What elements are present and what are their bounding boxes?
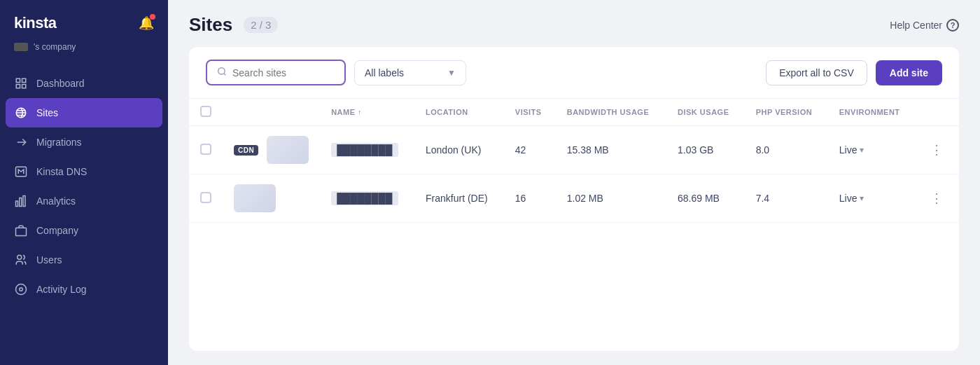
chevron-down-icon: ▼ — [447, 68, 456, 78]
table-row: ████████ Frankfurt (DE) 16 1.02 MB 68.69… — [189, 174, 959, 223]
row1-disk: 1.03 GB — [666, 126, 745, 174]
sites-label: Sites — [36, 107, 58, 118]
sidebar-nav: Dashboard Sites Migrations Kinsta DNS — [0, 63, 168, 365]
row1-thumbnail — [267, 136, 309, 164]
row2-thumb-cell — [223, 174, 320, 223]
th-environment: ENVIRONMENT — [828, 99, 916, 126]
row1-environment[interactable]: Live ▾ — [828, 126, 916, 174]
env-chevron-down-icon: ▾ — [860, 193, 864, 203]
search-input[interactable] — [232, 67, 335, 78]
sidebar: kinsta 🔔 's company Dashboard Sites — [0, 0, 168, 365]
content-area: All labels ▼ Export all to CSV Add site … — [189, 47, 959, 351]
svg-rect-0 — [16, 78, 20, 82]
users-icon — [14, 253, 28, 267]
svg-rect-6 — [16, 201, 18, 207]
help-center-link[interactable]: Help Center ? — [890, 19, 959, 32]
row2-thumbnail — [234, 184, 276, 212]
row2-name-cell[interactable]: ████████ — [320, 174, 414, 223]
activity-log-label: Activity Log — [36, 284, 87, 295]
row1-location: London (UK) — [414, 126, 504, 174]
row1-more-button[interactable]: ⋮ — [927, 139, 946, 160]
page-title: Sites — [189, 14, 232, 36]
select-all-checkbox[interactable] — [200, 106, 211, 117]
help-icon: ? — [946, 19, 959, 32]
page-count: 2 / 3 — [244, 17, 278, 33]
th-bandwidth: BANDWIDTH USAGE — [556, 99, 666, 126]
search-icon — [217, 67, 227, 78]
add-site-button[interactable]: Add site — [876, 60, 942, 85]
dashboard-label: Dashboard — [36, 78, 85, 89]
table-header-row: NAME ↑ LOCATION VISITS BANDWIDTH USAGE D — [189, 99, 959, 126]
row2-more-button[interactable]: ⋮ — [927, 188, 946, 209]
export-csv-button[interactable]: Export all to CSV — [766, 60, 867, 85]
logo: kinsta — [14, 14, 57, 32]
sidebar-item-company[interactable]: Company — [0, 216, 168, 245]
th-location: LOCATION — [414, 99, 504, 126]
search-box[interactable] — [206, 60, 346, 85]
company-icon — [14, 223, 28, 237]
svg-rect-9 — [16, 228, 27, 235]
row2-actions: ⋮ — [916, 174, 959, 223]
sites-table: NAME ↑ LOCATION VISITS BANDWIDTH USAGE D — [189, 99, 959, 223]
svg-rect-7 — [20, 198, 22, 207]
row2-disk: 68.69 MB — [666, 174, 745, 223]
svg-rect-3 — [16, 85, 20, 88]
kinsta-dns-label: Kinsta DNS — [36, 166, 87, 177]
dashboard-icon — [14, 76, 28, 90]
sidebar-item-analytics[interactable]: Analytics — [0, 186, 168, 216]
notification-dot — [150, 14, 155, 20]
svg-rect-2 — [22, 85, 26, 88]
row2-location: Frankfurt (DE) — [414, 174, 504, 223]
topbar: Sites 2 / 3 Help Center ? — [168, 0, 980, 47]
sidebar-item-migrations[interactable]: Migrations — [0, 128, 168, 157]
th-php: PHP VERSION — [745, 99, 828, 126]
label-dropdown[interactable]: All labels ▼ — [354, 60, 466, 85]
company-name: 's company — [34, 42, 76, 52]
row2-environment[interactable]: Live ▾ — [828, 174, 916, 223]
label-dropdown-value: All labels — [365, 67, 404, 78]
analytics-label: Analytics — [36, 195, 76, 207]
company-row: 's company — [0, 39, 168, 63]
th-actions — [916, 99, 959, 126]
toolbar: All labels ▼ Export all to CSV Add site — [189, 47, 959, 99]
notification-bell[interactable]: 🔔 — [139, 15, 154, 31]
page-title-row: Sites 2 / 3 — [189, 14, 278, 36]
th-disk: DISK USAGE — [666, 99, 745, 126]
th-visits: VISITS — [504, 99, 556, 126]
sidebar-item-dashboard[interactable]: Dashboard — [0, 69, 168, 98]
row2-bandwidth: 1.02 MB — [556, 174, 666, 223]
row1-php: 8.0 — [745, 126, 828, 174]
th-check — [189, 99, 223, 126]
users-label: Users — [36, 254, 62, 266]
row1-actions: ⋮ — [916, 126, 959, 174]
row1-name-cell[interactable]: ████████ — [320, 126, 414, 174]
row1-checkbox[interactable] — [200, 144, 211, 155]
row2-check-cell — [189, 174, 223, 223]
sites-table-container: NAME ↑ LOCATION VISITS BANDWIDTH USAGE D — [189, 99, 959, 351]
svg-point-11 — [16, 284, 27, 295]
th-name[interactable]: NAME ↑ — [320, 99, 414, 126]
sites-icon — [14, 106, 28, 120]
migrations-label: Migrations — [36, 137, 82, 148]
svg-rect-1 — [22, 78, 26, 82]
svg-point-13 — [218, 68, 225, 74]
main-content: Sites 2 / 3 Help Center ? All labels ▼ E… — [168, 0, 980, 365]
sidebar-item-users[interactable]: Users — [0, 245, 168, 275]
activity-log-icon — [14, 282, 28, 296]
svg-point-10 — [18, 255, 22, 259]
dns-icon — [14, 165, 28, 179]
help-center-label: Help Center — [890, 20, 942, 31]
sidebar-header: kinsta 🔔 — [0, 0, 168, 39]
cdn-badge: CDN — [234, 145, 258, 156]
migrations-icon — [14, 135, 28, 149]
sidebar-item-kinsta-dns[interactable]: Kinsta DNS — [0, 157, 168, 186]
row2-php: 7.4 — [745, 174, 828, 223]
row2-checkbox[interactable] — [200, 192, 211, 203]
table-row: CDN ████████ London (UK) 42 15.38 MB 1.0… — [189, 126, 959, 174]
svg-rect-8 — [23, 196, 25, 207]
th-thumb — [223, 99, 320, 126]
sidebar-item-activity-log[interactable]: Activity Log — [0, 275, 168, 304]
env-chevron-down-icon: ▾ — [860, 145, 864, 155]
sidebar-item-sites[interactable]: Sites — [6, 98, 162, 128]
company-avatar — [14, 43, 28, 51]
